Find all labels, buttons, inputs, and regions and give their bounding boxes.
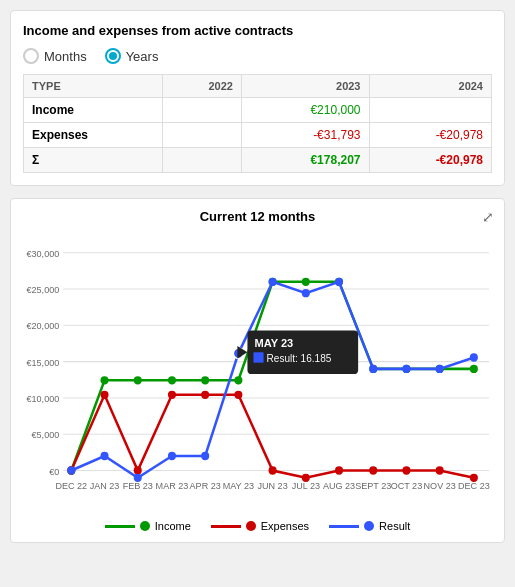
x-may23: MAY 23 [223, 481, 254, 491]
tooltip-title: MAY 23 [254, 337, 293, 349]
res-dot-nov23 [436, 365, 444, 373]
col-2022: 2022 [162, 75, 241, 98]
sum-2023: €178,207 [241, 148, 369, 173]
legend-income-label: Income [155, 520, 191, 532]
res-dot-jan23 [101, 452, 109, 460]
expenses-label: Expenses [24, 123, 163, 148]
sum-2022 [162, 148, 241, 173]
income-row: Income €210,000 [24, 98, 492, 123]
x-jul23: JUL 23 [292, 481, 320, 491]
income-dot-feb23 [134, 376, 142, 384]
months-radio[interactable] [23, 48, 39, 64]
y-label-10k: €10,000 [27, 394, 60, 404]
legend-result-label: Result [379, 520, 410, 532]
income-expenses-table: TYPE 2022 2023 2024 Income €210,000 Expe… [23, 74, 492, 173]
col-2024: 2024 [369, 75, 492, 98]
income-expenses-card: Income and expenses from active contract… [10, 10, 505, 186]
legend-expenses-line [211, 525, 241, 528]
income-2023: €210,000 [241, 98, 369, 123]
months-label: Months [44, 49, 87, 64]
chart-card: ⤢ Current 12 months .grid-line { stroke:… [10, 198, 505, 543]
income-dot-mar23 [168, 376, 176, 384]
y-label-20k: €20,000 [27, 321, 60, 331]
legend-result-dot [364, 521, 374, 531]
sum-label: Σ [24, 148, 163, 173]
income-2022 [162, 98, 241, 123]
legend-income: Income [105, 520, 191, 532]
card-title: Income and expenses from active contract… [23, 23, 492, 38]
x-dec23: DEC 23 [458, 481, 490, 491]
exp-dot-apr23 [201, 391, 209, 399]
legend-income-line [105, 525, 135, 528]
legend-income-dot [140, 521, 150, 531]
legend-result: Result [329, 520, 410, 532]
expenses-line [71, 395, 474, 478]
res-dot-jul23 [302, 289, 310, 297]
x-dec22: DEC 22 [55, 481, 87, 491]
res-dot-dec22 [67, 466, 75, 474]
years-radio[interactable] [105, 48, 121, 64]
res-dot-oct23 [402, 365, 410, 373]
exp-dot-aug23 [335, 466, 343, 474]
legend-expenses-label: Expenses [261, 520, 309, 532]
x-jan23: JAN 23 [90, 481, 120, 491]
x-oct23: OCT 23 [391, 481, 423, 491]
exp-dot-jan23 [101, 391, 109, 399]
y-label-5k: €5,000 [32, 430, 60, 440]
income-dot-jan23 [101, 376, 109, 384]
exp-dot-may23 [234, 391, 242, 399]
income-2024 [369, 98, 492, 123]
chart-legend: Income Expenses Result [21, 520, 494, 532]
exp-dot-jun23 [269, 466, 277, 474]
res-dot-jun23 [269, 278, 277, 286]
expenses-row: Expenses -€31,793 -€20,978 [24, 123, 492, 148]
income-dot-dec23 [470, 365, 478, 373]
sum-2024: -€20,978 [369, 148, 492, 173]
res-dot-mar23 [168, 452, 176, 460]
x-jun23: JUN 23 [258, 481, 288, 491]
y-label-0: €0 [49, 467, 59, 477]
y-label-25k: €25,000 [27, 285, 60, 295]
x-aug23: AUG 23 [323, 481, 355, 491]
col-2023: 2023 [241, 75, 369, 98]
x-apr23: APR 23 [190, 481, 221, 491]
tooltip-result-dot [253, 352, 263, 362]
exp-dot-mar23 [168, 391, 176, 399]
exp-dot-sept23 [369, 466, 377, 474]
legend-expenses-dot [246, 521, 256, 531]
res-dot-aug23 [335, 278, 343, 286]
chart-area: .grid-line { stroke: #e0e0e0; stroke-wid… [21, 232, 494, 512]
expenses-2023: -€31,793 [241, 123, 369, 148]
period-selector: Months Years [23, 48, 492, 64]
res-dot-sept23 [369, 365, 377, 373]
y-label-15k: €15,000 [27, 358, 60, 368]
legend-expenses: Expenses [211, 520, 309, 532]
years-option[interactable]: Years [105, 48, 159, 64]
y-label-30k: €30,000 [27, 249, 60, 259]
income-line [71, 282, 474, 471]
res-dot-apr23 [201, 452, 209, 460]
expenses-2024: -€20,978 [369, 123, 492, 148]
x-sept23: SEPT 23 [355, 481, 391, 491]
exp-dot-oct23 [402, 466, 410, 474]
income-dot-apr23 [201, 376, 209, 384]
chart-svg: .grid-line { stroke: #e0e0e0; stroke-wid… [21, 232, 494, 512]
x-feb23: FEB 23 [123, 481, 153, 491]
x-mar23: MAR 23 [156, 481, 189, 491]
months-option[interactable]: Months [23, 48, 87, 64]
x-nov23: NOV 23 [424, 481, 456, 491]
col-type: TYPE [24, 75, 163, 98]
res-dot-dec23 [470, 353, 478, 361]
exp-dot-nov23 [436, 466, 444, 474]
sum-row: Σ €178,207 -€20,978 [24, 148, 492, 173]
income-label: Income [24, 98, 163, 123]
expand-icon[interactable]: ⤢ [482, 209, 494, 225]
tooltip-result-label: Result: 16.185 [267, 352, 332, 363]
income-dot-jul23 [302, 278, 310, 286]
income-dot-may23 [234, 376, 242, 384]
years-label: Years [126, 49, 159, 64]
chart-title: Current 12 months [21, 209, 494, 224]
expenses-2022 [162, 123, 241, 148]
exp-dot-feb23 [134, 466, 142, 474]
legend-result-line [329, 525, 359, 528]
